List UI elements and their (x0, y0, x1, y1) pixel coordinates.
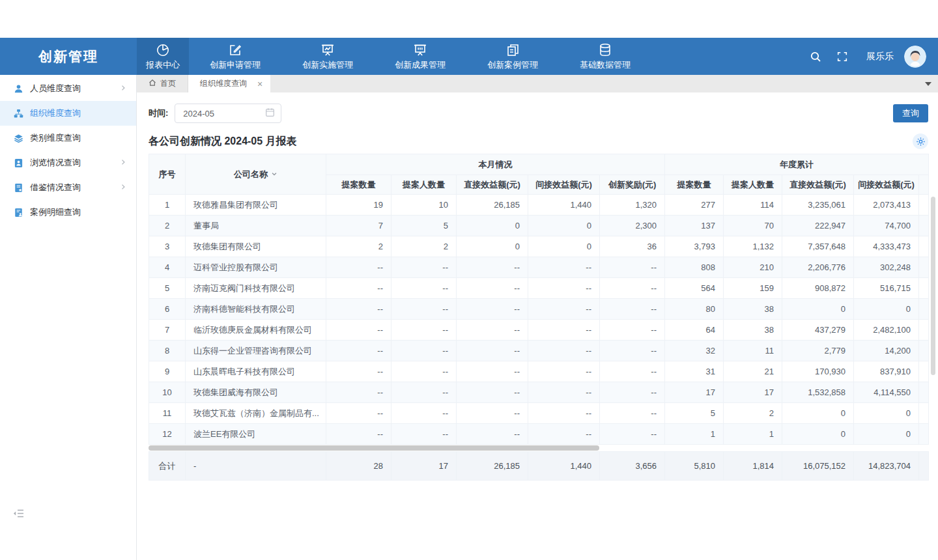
spacer-cell (919, 452, 929, 481)
value-cell: -- (457, 257, 528, 278)
value-cell: 2 (391, 236, 457, 257)
search-icon[interactable] (809, 50, 822, 63)
sidebar-item-reference-status[interactable]: 借鉴情况查询 (0, 175, 136, 200)
value-cell: -- (326, 299, 391, 320)
table-row: 2董事局75002,30013770222,94774,700 (149, 216, 929, 236)
sidebar-item-case-detail[interactable]: 案例明细查询 (0, 200, 136, 225)
copy-documents-icon (505, 42, 520, 58)
spacer-cell (919, 236, 929, 257)
sidebar-item-label: 案例明细查询 (30, 206, 127, 218)
value-cell: 2,206,776 (782, 257, 854, 278)
table-row: 1玫德雅昌集团有限公司191026,1851,4401,3202771143,2… (149, 195, 929, 216)
horizontal-scrollbar-thumb[interactable] (149, 445, 599, 451)
value-cell: -- (326, 278, 391, 299)
company-name-cell: 山东晨晖电子科技有限公司 (186, 361, 326, 382)
spacer-cell (919, 361, 929, 382)
col-header-company[interactable]: 公司名称 (186, 154, 326, 195)
value-cell: -- (600, 403, 665, 424)
value-cell: 1,320 (600, 195, 665, 216)
value-cell: 302,248 (854, 257, 919, 278)
summary-value-cell: 17 (391, 452, 457, 481)
company-name-cell: 波兰EE有限公司 (186, 424, 326, 445)
sidebar-item-org-dimension[interactable]: 组织维度查询 (0, 101, 136, 126)
value-cell: 5 (665, 403, 724, 424)
sidebar-item-browse-status[interactable]: 浏览情况查询 (0, 150, 136, 175)
nav-item-innovation-achievement[interactable]: 创新成果管理 (374, 38, 466, 75)
value-cell: 0 (782, 424, 854, 445)
calendar-icon (265, 107, 275, 119)
month-picker-input[interactable]: 2024-05 (175, 104, 281, 123)
value-cell: 6 (149, 299, 186, 320)
value-cell: -- (528, 320, 600, 341)
tabbar-dropdown-caret-icon[interactable] (925, 82, 931, 86)
nav-item-report-center[interactable]: 报表中心 (137, 38, 189, 75)
value-cell: 70 (724, 216, 782, 236)
value-cell: 21 (724, 361, 782, 382)
value-cell: -- (391, 341, 457, 361)
value-cell: 11 (724, 341, 782, 361)
nav-item-base-data[interactable]: 基础数据管理 (559, 38, 651, 75)
col-header: 提案数量 (326, 175, 391, 195)
value-cell: -- (528, 424, 600, 445)
sidebar-item-label: 组织维度查询 (30, 107, 127, 119)
value-cell: 2 (326, 236, 391, 257)
close-icon[interactable]: × (257, 79, 263, 89)
table-body: 1玫德雅昌集团有限公司191026,1851,4401,3202771143,2… (149, 195, 929, 445)
value-cell: -- (600, 361, 665, 382)
value-cell: 2,300 (600, 216, 665, 236)
table-row: 12波兰EE有限公司----------1100 (149, 424, 929, 445)
table-header: 序号 公司名称 本月情况 (149, 154, 929, 195)
tab-home[interactable]: 首页 (137, 75, 188, 92)
value-cell: 170,930 (782, 361, 854, 382)
summary-value-cell: 5,810 (665, 452, 724, 481)
nav-label: 报表中心 (146, 59, 180, 71)
gear-icon[interactable] (913, 133, 928, 149)
report-table-wrap: 序号 公司名称 本月情况 (149, 154, 928, 481)
value-cell: 516,715 (854, 278, 919, 299)
value-cell: 4,333,473 (854, 236, 919, 257)
summary-value-cell: 1,814 (724, 452, 782, 481)
value-cell: -- (600, 424, 665, 445)
presentation-board-icon (412, 42, 428, 58)
summary-value-cell: 28 (326, 452, 391, 481)
value-cell: 26,185 (457, 195, 528, 216)
edit-square-icon (227, 42, 243, 58)
org-chart-icon (13, 109, 23, 119)
value-cell: 32 (665, 341, 724, 361)
value-cell: 3,235,061 (782, 195, 854, 216)
app-logo: 创新管理 (0, 38, 137, 75)
company-name-cell: 玫德集团威海有限公司 (186, 382, 326, 403)
col-group-year: 年度累计 (665, 154, 929, 175)
value-cell: -- (457, 320, 528, 341)
tab-org-dimension[interactable]: 组织维度查询 × (188, 75, 270, 92)
nav-item-innovation-apply[interactable]: 创新申请管理 (189, 38, 281, 75)
value-cell: 64 (665, 320, 724, 341)
pie-chart-icon (155, 42, 171, 58)
value-cell: -- (326, 257, 391, 278)
fullscreen-icon[interactable] (836, 51, 848, 63)
value-cell: 1,440 (528, 195, 600, 216)
value-cell: 2 (724, 403, 782, 424)
value-cell: 17 (665, 382, 724, 403)
sidebar-item-category-dimension[interactable]: 类别维度查询 (0, 126, 136, 150)
value-cell: 17 (724, 382, 782, 403)
nav-item-innovation-case[interactable]: 创新案例管理 (466, 38, 559, 75)
value-cell: 5 (391, 216, 457, 236)
nav-item-innovation-implement[interactable]: 创新实施管理 (281, 38, 374, 75)
table-row: 10玫德集团威海有限公司----------17171,532,8584,114… (149, 382, 929, 403)
value-cell: 31 (665, 361, 724, 382)
report-table: 序号 公司名称 本月情况 (149, 154, 929, 445)
collapse-sidebar-icon[interactable] (13, 509, 24, 521)
value-cell: 38 (724, 299, 782, 320)
value-cell: 0 (457, 236, 528, 257)
sidebar-item-person-dimension[interactable]: 人员维度查询 (0, 76, 136, 101)
vertical-scrollbar-thumb[interactable] (931, 197, 935, 375)
value-cell: -- (600, 257, 665, 278)
value-cell: -- (391, 424, 457, 445)
value-cell: -- (528, 257, 600, 278)
query-button[interactable]: 查询 (893, 104, 928, 122)
company-name-cell: 济南科德智能科技有限公司 (186, 299, 326, 320)
value-cell: 0 (528, 236, 600, 257)
value-cell: -- (391, 320, 457, 341)
user-avatar[interactable] (904, 46, 926, 68)
